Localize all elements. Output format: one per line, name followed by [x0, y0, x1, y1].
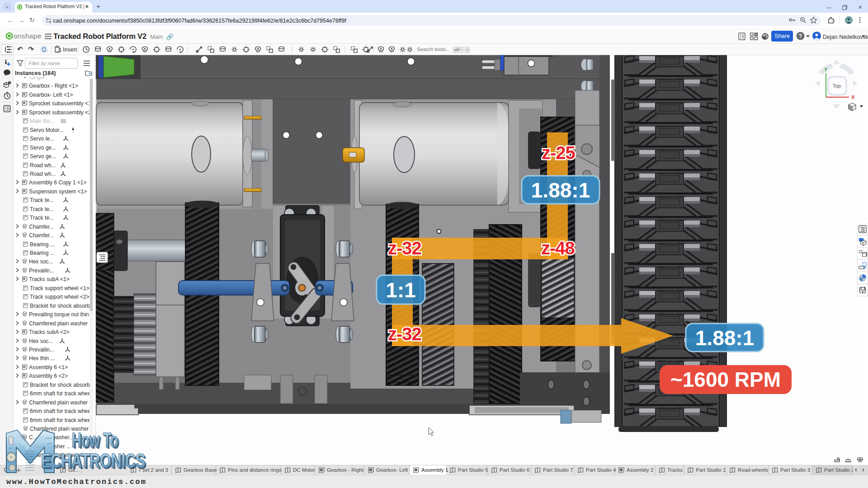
svg-text:z-32: z-32	[388, 238, 421, 258]
svg-text:z-25: z-25	[542, 143, 576, 163]
svg-text:01010011: 01010011	[25, 467, 35, 469]
svg-text:11011011: 11011011	[25, 456, 35, 458]
svg-text:z-48: z-48	[541, 238, 575, 258]
svg-text:?: ?	[799, 33, 802, 39]
svg-text:Top: Top	[833, 83, 841, 89]
svg-text:Y: Y	[824, 67, 828, 72]
svg-text:01001110: 01001110	[25, 453, 35, 455]
svg-text:10110110: 10110110	[25, 450, 35, 452]
svg-text:~1600 RPM: ~1600 RPM	[670, 368, 781, 391]
svg-text:How To: How To	[72, 429, 118, 452]
svg-text:11101100: 11101100	[25, 464, 35, 466]
svg-text:1:1: 1:1	[386, 278, 415, 302]
svg-text:00110100: 00110100	[25, 459, 35, 460]
svg-text:1.88:1: 1.88:1	[695, 326, 754, 350]
svg-text:ECHATRONICS: ECHATRONICS	[41, 449, 145, 472]
svg-text:?: ?	[9, 81, 10, 84]
svg-text:10011001: 10011001	[25, 461, 35, 463]
svg-text:X: X	[851, 94, 855, 100]
svg-text:10110101: 10110101	[25, 469, 35, 471]
svg-text:1.88:1: 1.88:1	[531, 178, 590, 202]
svg-text:z-32: z-32	[388, 324, 421, 344]
